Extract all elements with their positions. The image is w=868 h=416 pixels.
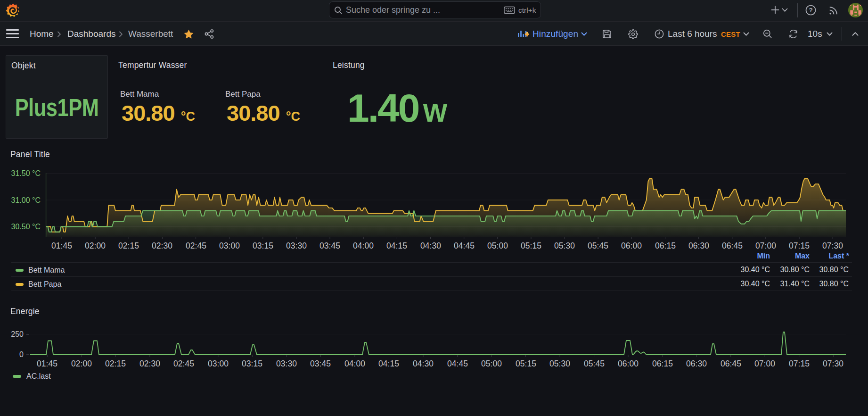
svg-text:?: ? [809, 7, 812, 14]
